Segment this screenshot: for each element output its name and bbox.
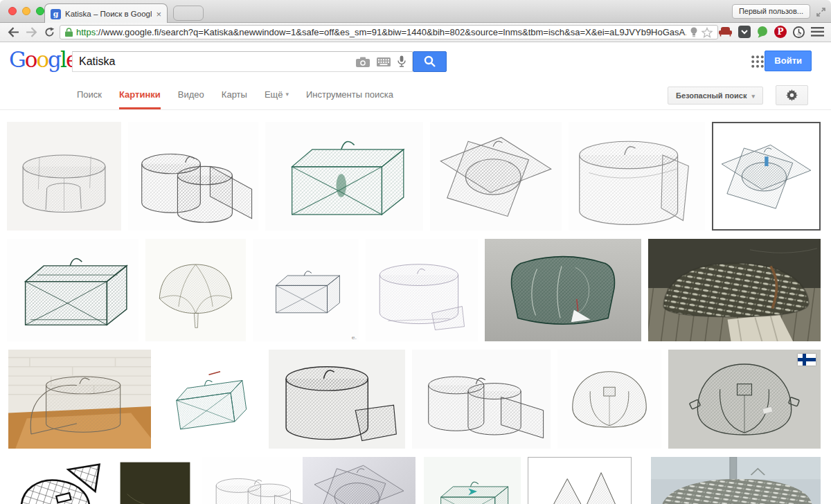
page-action-lightbulb-icon[interactable]: [690, 27, 698, 37]
tab-title: Katiska – Поиск в Google: [65, 10, 152, 18]
pinterest-extension-icon[interactable]: P: [774, 26, 787, 38]
image-result[interactable]: [424, 457, 521, 504]
svg-text:P: P: [777, 27, 783, 37]
new-tab-button[interactable]: [173, 6, 204, 21]
nav-item-3[interactable]: Видео: [178, 80, 204, 109]
zoom-window-button[interactable]: [36, 7, 44, 15]
google-favicon-icon: g: [51, 9, 61, 19]
trap-thumbnail-graphic: [158, 350, 262, 449]
https-lock-icon: [65, 28, 73, 37]
nav-item-2[interactable]: Картинки: [119, 80, 161, 109]
trap-thumbnail-graphic: [145, 239, 246, 341]
dropdown-caret-icon: ▾: [751, 93, 755, 100]
trap-thumbnail-graphic: [485, 239, 641, 341]
chrome-menu-icon[interactable]: [811, 27, 824, 37]
extension-icons: P: [719, 25, 824, 39]
trap-thumbnail-graphic: [128, 122, 258, 231]
image-result[interactable]: [485, 239, 641, 341]
image-result[interactable]: [648, 239, 821, 341]
logo-letter: o: [36, 47, 48, 72]
close-window-button[interactable]: [8, 7, 17, 15]
pocket-extension-icon[interactable]: [738, 26, 751, 38]
settings-gear-button[interactable]: [776, 85, 808, 105]
trap-thumbnail-graphic: [253, 239, 359, 341]
trap-thumbnail-graphic: [269, 350, 405, 449]
results-nav-bar: ПоискКартинкиВидеоКартыЕщё▾Инструменты п…: [0, 80, 831, 110]
image-result[interactable]: [265, 122, 423, 231]
minimize-window-button[interactable]: [22, 7, 30, 15]
gear-icon: [786, 89, 798, 101]
image-result[interactable]: [116, 457, 194, 504]
trap-thumbnail-graphic: [116, 457, 194, 504]
image-result[interactable]: [7, 460, 111, 504]
trap-thumbnail-graphic: [713, 123, 819, 229]
profile-button[interactable]: Первый пользов...: [732, 4, 810, 19]
back-button[interactable]: [6, 25, 21, 39]
image-result[interactable]: e.: [253, 239, 359, 341]
nav-item-1[interactable]: Поиск: [77, 80, 102, 109]
expand-arrows-icon[interactable]: [816, 7, 825, 16]
google-apps-grid-icon[interactable]: [751, 55, 764, 68]
safe-search-label: Безопасный поиск: [676, 91, 747, 100]
image-result[interactable]: [712, 122, 821, 231]
nav-item-6[interactable]: Инструменты поиска: [306, 80, 393, 109]
browser-tab[interactable]: g Katiska – Поиск в Google ×: [44, 3, 168, 24]
sign-in-button[interactable]: Войти: [765, 51, 812, 71]
image-result[interactable]: [412, 350, 551, 449]
search-input[interactable]: Katiska: [72, 51, 413, 72]
image-result[interactable]: [651, 457, 821, 504]
image-result[interactable]: [202, 457, 315, 504]
nav-item-5[interactable]: Ещё▾: [265, 80, 289, 109]
image-result[interactable]: [269, 350, 405, 449]
trap-thumbnail-graphic: [7, 122, 121, 231]
image-result[interactable]: [145, 239, 246, 341]
image-result[interactable]: [8, 350, 151, 449]
url-scheme: https: [76, 27, 96, 37]
search-button[interactable]: [413, 51, 447, 72]
trap-thumbnail-graphic: [303, 457, 416, 504]
trap-thumbnail-graphic: [648, 239, 821, 341]
image-result[interactable]: [303, 457, 416, 504]
trap-thumbnail-graphic: [528, 458, 631, 504]
google-logo: Google: [9, 47, 77, 72]
logo-letter: l: [60, 47, 66, 72]
bookmark-star-icon[interactable]: [702, 27, 713, 38]
voice-search-mic-icon[interactable]: [397, 55, 406, 68]
url-path: ://www.google.fi/search?q=Katiska&newwin…: [96, 27, 686, 37]
clock-extension-icon[interactable]: [793, 26, 805, 38]
logo-letter: g: [48, 47, 60, 72]
tab-strip: g Katiska – Поиск в Google × Первый поль…: [0, 0, 831, 23]
search-input-icons: [356, 55, 412, 68]
image-result[interactable]: [569, 122, 705, 231]
trap-thumbnail-graphic: [424, 457, 521, 504]
logo-letter: o: [25, 47, 37, 72]
nav-item-4[interactable]: Карты: [222, 80, 247, 109]
reload-button[interactable]: [42, 25, 57, 39]
safe-search-button[interactable]: Безопасный поиск ▾: [668, 87, 763, 105]
trap-thumbnail-graphic: [7, 239, 138, 341]
image-result[interactable]: [430, 122, 562, 231]
couch-extension-icon[interactable]: [719, 27, 732, 37]
google-header: Google Katiska Войти: [0, 42, 831, 80]
image-result[interactable]: [528, 457, 632, 504]
url-text: https://www.google.fi/search?q=Katiska&n…: [76, 27, 686, 37]
green-pin-extension-icon[interactable]: [757, 26, 768, 38]
image-result[interactable]: [366, 239, 478, 341]
trap-thumbnail-graphic: [412, 350, 551, 449]
watermark-text: e.: [352, 334, 357, 341]
forward-button[interactable]: [24, 25, 39, 39]
image-result[interactable]: [557, 350, 661, 449]
image-result[interactable]: [7, 239, 138, 341]
image-result[interactable]: [7, 122, 121, 231]
image-result[interactable]: [668, 350, 821, 449]
virtual-keyboard-icon[interactable]: [377, 57, 391, 66]
tab-close-icon[interactable]: ×: [156, 10, 161, 19]
trap-thumbnail-graphic: [569, 122, 705, 231]
browser-window: g Katiska – Поиск в Google × Первый поль…: [0, 0, 831, 504]
address-bar[interactable]: https://www.google.fi/search?q=Katiska&n…: [60, 25, 718, 39]
image-result[interactable]: [128, 122, 258, 231]
image-result[interactable]: [158, 350, 262, 449]
trap-thumbnail-graphic: [8, 350, 151, 449]
trap-thumbnail-graphic: [366, 239, 478, 341]
search-by-image-camera-icon[interactable]: [356, 57, 370, 67]
